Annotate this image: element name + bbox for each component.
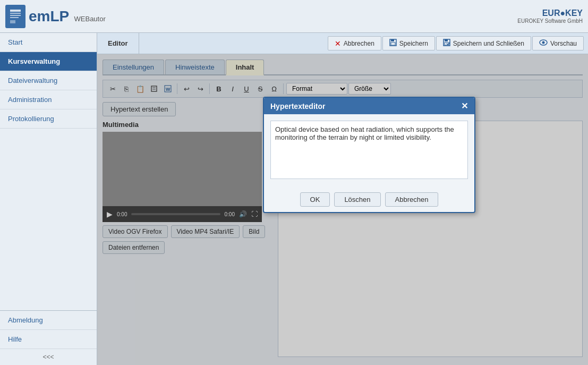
modal-ok-button[interactable]: OK <box>300 192 330 207</box>
content-area: Editor ✕ Abbrechen Speichern Speichern <box>97 33 588 365</box>
modal-delete-button[interactable]: Löschen <box>334 192 380 207</box>
logo-subtitle: WEBautor <box>74 15 106 23</box>
svg-rect-5 <box>10 20 15 23</box>
sidebar: Start Kursverwaltung Dateiverwaltung Adm… <box>0 33 97 365</box>
modal-overlay: Hypertexteditor ✕ OK Löschen Abbrechen <box>97 54 588 365</box>
hypertexteditor-modal: Hypertexteditor ✕ OK Löschen Abbrechen <box>263 97 475 213</box>
main-layout: Start Kursverwaltung Dateiverwaltung Adm… <box>0 33 588 365</box>
sidebar-item-dateiverwaltung[interactable]: Dateiverwaltung <box>0 71 97 90</box>
modal-cancel-button[interactable]: Abbrechen <box>385 192 439 207</box>
modal-header: Hypertexteditor ✕ <box>264 98 474 114</box>
svg-point-13 <box>542 41 544 44</box>
modal-title: Hypertexteditor <box>270 102 325 111</box>
editor-panel: Einstellungen Hinweistexte Inhalt ✂ ⎘ 📋 … <box>97 54 588 365</box>
svg-rect-10 <box>445 39 448 41</box>
modal-footer: OK Löschen Abbrechen <box>264 187 474 212</box>
preview-button[interactable]: Vorschau <box>532 36 584 50</box>
top-bar-actions: ✕ Abbrechen Speichern Speichern und Schl… <box>139 36 588 50</box>
svg-rect-3 <box>10 15 21 16</box>
logo-area: emLP WEBautor <box>5 5 517 28</box>
eurokey-logo: EUR●KEY EUROKEY Software GmbH <box>517 9 583 24</box>
modal-close-button[interactable]: ✕ <box>461 101 468 111</box>
abort-button[interactable]: ✕ Abbrechen <box>328 36 381 50</box>
preview-icon <box>539 39 548 48</box>
header: emLP WEBautor EUR●KEY EUROKEY Software G… <box>0 0 588 33</box>
logo-icon <box>5 5 25 28</box>
sidebar-item-kursverwaltung[interactable]: Kursverwaltung <box>0 52 97 71</box>
sidebar-item-hilfe[interactable]: Hilfe <box>0 330 97 349</box>
sidebar-collapse[interactable]: <<< <box>0 349 97 365</box>
save-close-icon <box>443 39 450 48</box>
svg-rect-8 <box>391 43 395 45</box>
sidebar-item-protokollierung[interactable]: Protokollierung <box>0 109 97 129</box>
top-bar: Editor ✕ Abbrechen Speichern Speichern <box>97 33 588 54</box>
sidebar-bottom: Abmeldung Hilfe <<< <box>0 310 97 365</box>
sidebar-item-administration[interactable]: Administration <box>0 90 97 109</box>
editor-title: Editor <box>97 33 139 54</box>
sidebar-item-abmeldung[interactable]: Abmeldung <box>0 311 97 330</box>
eurokey-name: EUR●KEY <box>517 9 583 18</box>
svg-rect-7 <box>391 39 394 41</box>
sidebar-item-start[interactable]: Start <box>0 33 97 52</box>
modal-body <box>264 114 474 187</box>
save-button[interactable]: Speichern <box>382 36 435 50</box>
save-close-button[interactable]: Speichern und Schließen <box>436 36 531 50</box>
svg-rect-1 <box>10 10 21 12</box>
save-label: Speichern <box>399 40 428 47</box>
modal-textarea[interactable] <box>270 121 468 179</box>
save-close-label: Speichern und Schließen <box>453 40 524 47</box>
svg-rect-4 <box>10 17 19 18</box>
sidebar-top: Start Kursverwaltung Dateiverwaltung Adm… <box>0 33 97 310</box>
save-icon <box>389 39 397 48</box>
abort-label: Abbrechen <box>344 40 374 47</box>
eurokey-sub: EUROKEY Software GmbH <box>517 18 583 24</box>
logo-text: emLP WEBautor <box>29 8 106 25</box>
abort-icon: ✕ <box>335 39 341 48</box>
preview-label: Vorschau <box>550 40 577 47</box>
svg-rect-2 <box>10 13 21 14</box>
